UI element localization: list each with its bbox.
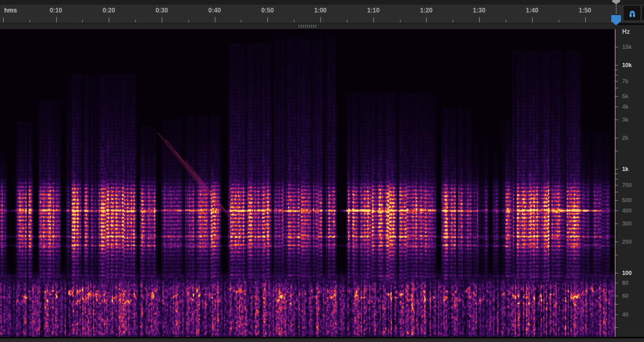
time-label: 1:00	[314, 7, 327, 14]
ruler-tick	[188, 20, 189, 22]
freq-tick-label: 200	[622, 239, 632, 245]
time-label: 0:10	[49, 7, 62, 14]
freq-tick	[615, 169, 618, 169]
freq-tick	[615, 120, 618, 120]
freq-tick-label: 300	[622, 220, 632, 227]
ruler-tick	[559, 20, 559, 22]
ruler-tick	[400, 20, 401, 22]
ruler-tick	[294, 20, 294, 22]
freq-tick	[615, 151, 618, 151]
playhead-dotted-line	[616, 4, 616, 16]
time-label: 0:30	[156, 7, 168, 14]
ruler-tick	[320, 17, 321, 22]
freq-tick	[615, 96, 618, 97]
freq-tick-label: 60	[622, 293, 628, 299]
ruler-tick	[30, 20, 30, 22]
time-label: 1:10	[367, 7, 380, 14]
freq-tick	[615, 174, 618, 174]
magnet-icon	[627, 8, 637, 18]
freq-tick	[615, 70, 618, 70]
time-label: 1:40	[526, 7, 538, 14]
freq-tick	[615, 255, 618, 255]
freq-tick	[615, 75, 618, 75]
freq-tick	[615, 242, 618, 242]
freq-tick	[615, 65, 618, 65]
freq-tick-label: 1k	[622, 166, 628, 172]
ruler-tick	[373, 17, 374, 22]
freq-tick-label: 5k	[622, 93, 628, 99]
freq-tick	[615, 314, 618, 315]
freq-tick	[615, 273, 618, 273]
freq-tick-label: 10k	[622, 62, 632, 68]
status-strip	[0, 337, 644, 342]
freq-tick	[615, 47, 618, 47]
freq-tick	[615, 179, 618, 179]
time-label: 0:40	[209, 7, 221, 14]
freq-tick	[615, 211, 618, 211]
time-label: 0:50	[261, 7, 274, 14]
ruler-top-strip	[0, 0, 644, 5]
ruler-tick	[479, 17, 480, 22]
splitter-grip-handle[interactable]	[299, 25, 317, 28]
freq-tick	[615, 327, 618, 328]
freq-tick	[615, 192, 618, 192]
marker-tool-button[interactable]	[641, 5, 644, 21]
freq-tick-label: 700	[622, 182, 632, 188]
freq-tick	[615, 185, 618, 186]
ruler-tick	[453, 20, 453, 22]
freq-tick	[615, 296, 618, 296]
freq-tick	[615, 88, 618, 88]
ruler-tick	[347, 20, 347, 22]
freq-tick-label: 100	[622, 270, 632, 276]
freq-tick	[615, 138, 618, 138]
freq-tick	[615, 200, 618, 201]
ruler-tick	[585, 17, 586, 22]
freq-tick-label: 3k	[622, 116, 628, 123]
snapping-toggle-button[interactable]	[623, 5, 641, 21]
timeline-ruler[interactable]: hms 0:100:200:300:400:501:001:101:201:30…	[0, 0, 644, 23]
freq-tick-label: 15k	[622, 44, 632, 50]
ruler-tick	[82, 20, 83, 22]
ruler-tick	[109, 17, 109, 22]
time-label: 1:20	[420, 7, 432, 14]
freq-tick-label: 500	[622, 197, 632, 203]
time-label: 1:30	[473, 7, 485, 14]
frequency-scale[interactable]: Hz 15k10k7k5k4k3k2k1k7005004003002001008…	[615, 25, 644, 337]
ruler-tick	[267, 17, 268, 22]
ruler-tick	[241, 20, 241, 22]
freq-tick-label: 80	[622, 280, 628, 286]
playhead-line	[615, 29, 615, 337]
spectrogram-display[interactable]	[0, 29, 615, 337]
spectrogram-canvas[interactable]	[0, 29, 615, 337]
ruler-tick	[3, 17, 4, 22]
ruler-tick	[532, 17, 533, 22]
ruler-tick	[215, 17, 215, 22]
frequency-unit-label: Hz	[622, 28, 630, 35]
freq-tick	[615, 223, 618, 224]
freq-tick	[615, 283, 618, 283]
freq-tick-label: 7k	[622, 78, 628, 84]
ruler-tick	[426, 17, 427, 22]
time-label: 0:20	[102, 7, 115, 14]
freq-tick-label: 2k	[622, 135, 628, 141]
spectral-editor-panel: hms 0:100:200:300:400:501:001:101:201:30…	[0, 0, 644, 342]
time-format-label: hms	[4, 7, 17, 14]
freq-tick	[615, 81, 618, 82]
freq-tick-label: 400	[622, 207, 632, 214]
time-label: 1:50	[578, 7, 591, 14]
ruler-tick	[506, 20, 506, 22]
ruler-tick	[135, 20, 136, 22]
freq-tick-label: 4k	[622, 103, 628, 110]
ruler-tick	[162, 17, 162, 22]
freq-tick	[615, 107, 618, 107]
freq-tick-label: 40	[622, 311, 628, 318]
ruler-tick	[56, 17, 57, 22]
freq-tick	[615, 304, 618, 305]
